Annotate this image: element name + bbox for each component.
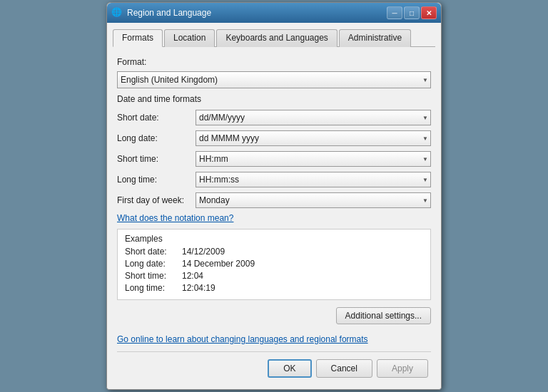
long-time-label: Long time:: [117, 175, 196, 185]
tab-keyboards[interactable]: Keyboards and Languages: [216, 29, 337, 47]
ok-button[interactable]: OK: [268, 359, 311, 378]
notation-link[interactable]: What does the notation mean?: [117, 213, 431, 223]
short-date-row: Short date: dd/MM/yyyy: [117, 110, 431, 125]
format-label: Format:: [117, 57, 431, 67]
window-icon: 🌐: [111, 7, 123, 19]
example-long-time: Long time: 12:04:19: [125, 283, 423, 293]
close-button[interactable]: ✕: [421, 6, 437, 19]
short-time-select-wrapper: HH:mm: [196, 151, 431, 167]
long-date-row: Long date: dd MMMM yyyy: [117, 130, 431, 146]
tab-location[interactable]: Location: [164, 29, 215, 47]
first-day-select-wrapper: Monday: [196, 192, 431, 208]
example-long-date: Long date: 14 December 2009: [125, 259, 423, 269]
tab-administrative[interactable]: Administrative: [339, 29, 411, 47]
title-bar-buttons: ─ □ ✕: [387, 6, 437, 19]
maximize-button[interactable]: □: [404, 6, 420, 19]
short-date-select-wrapper: dd/MM/yyyy: [196, 110, 431, 125]
example-short-time-value: 12:04: [182, 271, 203, 281]
example-short-date-value: 14/12/2009: [182, 247, 225, 257]
example-short-time-label: Short time:: [125, 271, 182, 281]
long-time-select-wrapper: HH:mm:ss: [196, 172, 431, 187]
example-short-time: Short time: 12:04: [125, 271, 423, 281]
long-time-row: Long time: HH:mm:ss: [117, 172, 431, 187]
format-select-wrapper: English (United Kingdom): [117, 71, 431, 88]
examples-box: Examples Short date: 14/12/2009 Long dat…: [117, 229, 431, 300]
long-time-select[interactable]: HH:mm:ss: [196, 172, 431, 187]
examples-title: Examples: [125, 234, 423, 244]
window-body: Formats Location Keyboards and Languages…: [107, 23, 441, 389]
format-row: Format: English (United Kingdom): [117, 57, 431, 88]
region-language-dialog: 🌐 Region and Language ─ □ ✕ Formats Loca…: [106, 2, 442, 390]
date-time-heading: Date and time formats: [117, 94, 431, 104]
short-time-label: Short time:: [117, 154, 196, 164]
short-time-row: Short time: HH:mm: [117, 151, 431, 167]
window-title: Region and Language: [127, 8, 211, 18]
additional-settings-button[interactable]: Additional settings...: [336, 307, 431, 324]
minimize-button[interactable]: ─: [387, 6, 402, 19]
example-long-time-label: Long time:: [125, 283, 182, 293]
short-date-label: Short date:: [117, 113, 196, 123]
long-date-label: Long date:: [117, 133, 196, 143]
first-day-select[interactable]: Monday: [196, 192, 431, 208]
first-day-label: First day of week:: [117, 195, 196, 205]
title-bar: 🌐 Region and Language ─ □ ✕: [107, 3, 441, 23]
tab-strip: Formats Location Keyboards and Languages…: [113, 29, 435, 47]
long-date-select[interactable]: dd MMMM yyyy: [196, 130, 431, 146]
additional-settings-row: Additional settings...: [117, 307, 431, 330]
date-time-section: Date and time formats Short date: dd/MM/…: [117, 94, 431, 208]
short-date-select[interactable]: dd/MM/yyyy: [196, 110, 431, 125]
example-short-date-label: Short date:: [125, 247, 182, 257]
example-short-date: Short date: 14/12/2009: [125, 247, 423, 257]
apply-button[interactable]: Apply: [377, 359, 428, 378]
button-row: OK Cancel Apply: [117, 356, 431, 378]
divider: [117, 351, 431, 352]
example-long-date-label: Long date:: [125, 259, 182, 269]
tab-formats[interactable]: Formats: [113, 29, 163, 47]
title-bar-left: 🌐 Region and Language: [111, 7, 211, 19]
example-long-time-value: 12:04:19: [182, 283, 215, 293]
short-time-select[interactable]: HH:mm: [196, 151, 431, 167]
format-select[interactable]: English (United Kingdom): [117, 71, 431, 88]
tab-content-formats: Format: English (United Kingdom) Date an…: [113, 54, 435, 382]
first-day-row: First day of week: Monday: [117, 192, 431, 208]
example-long-date-value: 14 December 2009: [182, 259, 255, 269]
long-date-select-wrapper: dd MMMM yyyy: [196, 130, 431, 146]
cancel-button[interactable]: Cancel: [316, 359, 372, 378]
online-link[interactable]: Go online to learn about changing langua…: [117, 334, 431, 344]
